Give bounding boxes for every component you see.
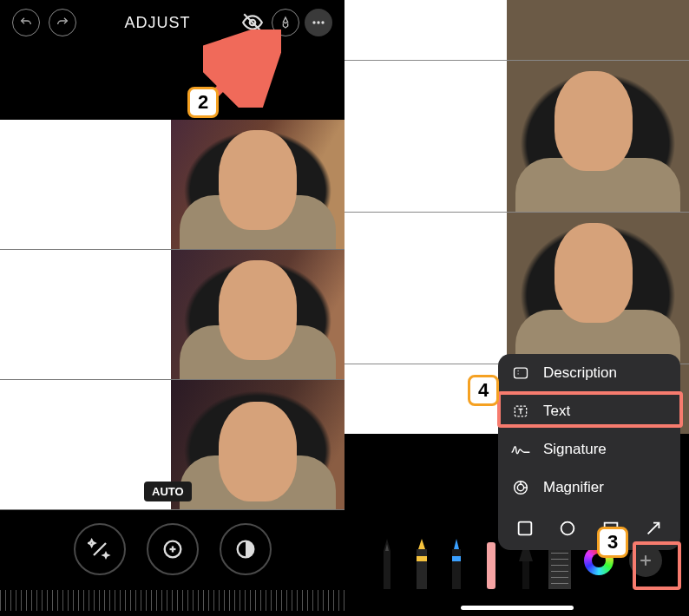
svg-point-2 bbox=[312, 21, 315, 23]
marker-tool[interactable] bbox=[410, 532, 434, 589]
svg-rect-9 bbox=[515, 368, 528, 378]
rect-shape-button[interactable] bbox=[514, 517, 536, 540]
svg-rect-18 bbox=[417, 549, 427, 589]
magic-wand-button[interactable] bbox=[74, 523, 126, 575]
svg-point-16 bbox=[561, 522, 574, 535]
topbar: ADJUST bbox=[0, 0, 344, 45]
magnifier-icon bbox=[510, 478, 531, 497]
menu-label: Text bbox=[543, 403, 570, 420]
menu-text[interactable]: Text bbox=[498, 392, 680, 430]
description-icon bbox=[510, 364, 531, 383]
menu-label: Magnifier bbox=[543, 479, 604, 496]
callout-2: 2 bbox=[187, 87, 219, 118]
menu-signature[interactable]: Signature bbox=[498, 430, 680, 469]
menu-label: Description bbox=[543, 364, 617, 382]
svg-point-3 bbox=[317, 21, 319, 23]
svg-rect-22 bbox=[487, 542, 495, 589]
exposure-button[interactable] bbox=[147, 523, 199, 575]
svg-line-17 bbox=[648, 523, 659, 534]
adjust-tools bbox=[0, 510, 344, 588]
svg-rect-21 bbox=[452, 556, 461, 561]
svg-point-4 bbox=[321, 21, 324, 23]
menu-magnifier[interactable]: Magnifier bbox=[498, 469, 680, 507]
redo-button[interactable] bbox=[49, 9, 76, 36]
markup-screen: Description Text Signature Magnifier bbox=[344, 0, 689, 616]
home-indicator[interactable] bbox=[461, 606, 574, 610]
callout-4: 4 bbox=[468, 375, 499, 406]
text-icon bbox=[510, 402, 531, 421]
pencil-tool[interactable] bbox=[444, 532, 469, 589]
signature-icon bbox=[510, 440, 531, 459]
svg-point-12 bbox=[517, 484, 523, 490]
undo-button[interactable] bbox=[12, 9, 40, 36]
menu-description[interactable]: Description bbox=[498, 354, 680, 392]
svg-rect-23 bbox=[522, 561, 529, 589]
pen-tool[interactable] bbox=[375, 532, 399, 589]
svg-rect-19 bbox=[417, 556, 427, 561]
shapes-row bbox=[498, 507, 680, 550]
add-menu: Description Text Signature Magnifier bbox=[498, 354, 680, 550]
adjust-screen: ADJUST AUTO bbox=[0, 0, 344, 616]
adjustment-slider[interactable] bbox=[0, 590, 344, 611]
contrast-button[interactable] bbox=[220, 523, 272, 575]
page-title: ADJUST bbox=[125, 14, 191, 32]
circle-shape-button[interactable] bbox=[557, 517, 580, 540]
arrow-shape-button[interactable] bbox=[643, 517, 666, 540]
auto-badge: AUTO bbox=[144, 482, 192, 501]
more-button[interactable] bbox=[305, 9, 332, 36]
image-canvas[interactable] bbox=[0, 120, 344, 510]
svg-rect-20 bbox=[452, 549, 461, 589]
svg-rect-15 bbox=[518, 522, 531, 535]
menu-label: Signature bbox=[543, 441, 607, 458]
callout-3: 3 bbox=[597, 527, 628, 558]
